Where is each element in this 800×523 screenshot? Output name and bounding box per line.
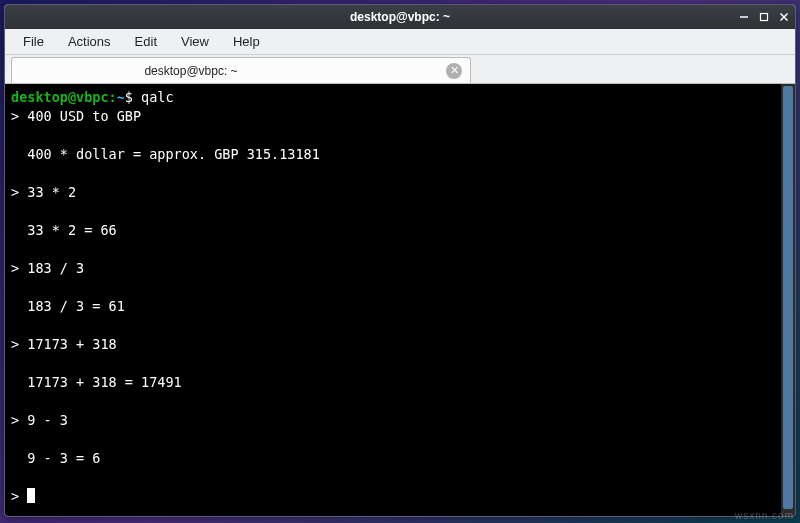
terminal-line: > 9 - 3 [11, 412, 68, 428]
watermark: wsxnn.com [735, 510, 794, 521]
svg-rect-1 [761, 14, 768, 21]
menu-edit[interactable]: Edit [125, 31, 167, 52]
titlebar-controls [737, 10, 791, 24]
terminal-line: 400 * dollar = approx. GBP 315.13181 [11, 146, 320, 162]
terminal-line: 33 * 2 = 66 [11, 222, 117, 238]
minimize-button[interactable] [737, 10, 751, 24]
window-title: desktop@vbpc: ~ [5, 10, 795, 24]
terminal-line: > 400 USD to GBP [11, 108, 141, 124]
terminal-area: desktop@vbpc:~$ qalc > 400 USD to GBP 40… [5, 83, 795, 516]
terminal-window: desktop@vbpc: ~ File Actions Edit View H… [4, 4, 796, 517]
close-button[interactable] [777, 10, 791, 24]
shell-command: qalc [141, 89, 174, 105]
scrollbar[interactable] [781, 84, 795, 516]
terminal-line: > 183 / 3 [11, 260, 84, 276]
prompt-path: ~ [117, 89, 125, 105]
terminal[interactable]: desktop@vbpc:~$ qalc > 400 USD to GBP 40… [5, 84, 781, 516]
prompt-user-host: desktop@vbpc [11, 89, 109, 105]
prompt-symbol: $ [125, 89, 133, 105]
terminal-line: > 33 * 2 [11, 184, 76, 200]
terminal-line: > [11, 488, 27, 504]
terminal-line: 9 - 3 = 6 [11, 450, 100, 466]
menubar: File Actions Edit View Help [5, 29, 795, 55]
menu-actions[interactable]: Actions [58, 31, 121, 52]
maximize-button[interactable] [757, 10, 771, 24]
scrollbar-thumb[interactable] [783, 86, 793, 509]
menu-help[interactable]: Help [223, 31, 270, 52]
terminal-line: 183 / 3 = 61 [11, 298, 125, 314]
tab-close-icon[interactable]: ✕ [446, 63, 462, 79]
tab-label: desktop@vbpc: ~ [26, 64, 356, 78]
tabbar: desktop@vbpc: ~ ✕ [5, 55, 795, 83]
terminal-line: > 17173 + 318 [11, 336, 117, 352]
terminal-line: 17173 + 318 = 17491 [11, 374, 182, 390]
tab[interactable]: desktop@vbpc: ~ ✕ [11, 57, 471, 83]
menu-file[interactable]: File [13, 31, 54, 52]
menu-view[interactable]: View [171, 31, 219, 52]
prompt-separator: : [109, 89, 117, 105]
cursor [27, 488, 35, 503]
titlebar[interactable]: desktop@vbpc: ~ [5, 5, 795, 29]
